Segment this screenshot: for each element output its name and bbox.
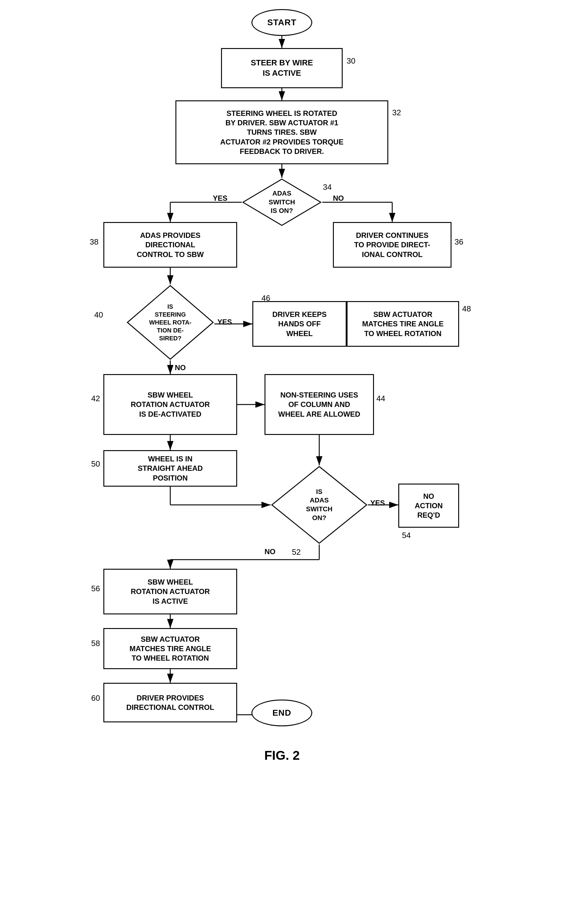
- node-30: STEER BY WIREIS ACTIVE: [221, 48, 343, 88]
- node-50: WHEEL IS INSTRAIGHT AHEADPOSITION: [103, 450, 237, 487]
- ref-58: 58: [91, 639, 100, 648]
- node-54-label: NOACTIONREQ'D: [415, 492, 443, 520]
- flowchart-diagram: START STEER BY WIREIS ACTIVE 30 STEERING…: [0, 0, 564, 924]
- node-38-label: ADAS PROVIDESDIRECTIONALCONTROL TO SBW: [137, 231, 204, 259]
- start-node: START: [251, 9, 312, 36]
- node-58-label: SBW ACTUATORMATCHES TIRE ANGLETO WHEEL R…: [130, 634, 211, 663]
- node-42: SBW WHEELROTATION ACTUATORIS DE-ACTIVATE…: [103, 374, 237, 435]
- node-32: STEERING WHEEL IS ROTATEDBY DRIVER. SBW …: [175, 100, 388, 164]
- node-48: SBW ACTUATORMATCHES TIRE ANGLETO WHEEL R…: [347, 301, 459, 347]
- start-label: START: [267, 18, 296, 27]
- no-wheel-label: NO: [175, 363, 186, 372]
- no-adas2-label: NO: [265, 548, 275, 556]
- node-60-label: DRIVER PROVIDESDIRECTIONAL CONTROL: [127, 693, 214, 712]
- ref-52: 52: [292, 548, 301, 557]
- ref-32: 32: [392, 108, 401, 117]
- node-32-label: STEERING WHEEL IS ROTATEDBY DRIVER. SBW …: [220, 109, 343, 156]
- node-38: ADAS PROVIDESDIRECTIONALCONTROL TO SBW: [103, 222, 237, 268]
- ref-44: 44: [376, 394, 385, 403]
- node-30-label: STEER BY WIREIS ACTIVE: [251, 58, 313, 78]
- node-52-label: ISADASSWITCHON?: [306, 488, 333, 522]
- no-adas-label: NO: [333, 194, 344, 202]
- ref-36: 36: [455, 237, 463, 247]
- node-40-label: ISSTEERINGWHEEL ROTA-TION DE-SIRED?: [149, 303, 191, 342]
- ref-60: 60: [91, 693, 100, 703]
- node-46-label: DRIVER KEEPSHANDS OFFWHEEL: [272, 310, 327, 338]
- node-44: NON-STEERING USESOF COLUMN ANDWHEEL ARE …: [265, 374, 374, 435]
- ref-34: 34: [323, 183, 332, 192]
- ref-50: 50: [91, 459, 100, 469]
- ref-46: 46: [262, 294, 270, 303]
- node-42-label: SBW WHEELROTATION ACTUATORIS DE-ACTIVATE…: [131, 390, 210, 419]
- node-46: DRIVER KEEPSHANDS OFFWHEEL: [252, 301, 347, 347]
- ref-56: 56: [91, 584, 100, 593]
- node-36: DRIVER CONTINUESTO PROVIDE DIRECT-IONAL …: [333, 222, 452, 268]
- node-36-label: DRIVER CONTINUESTO PROVIDE DIRECT-IONAL …: [354, 231, 430, 259]
- end-label: END: [272, 708, 291, 718]
- ref-42: 42: [91, 394, 100, 403]
- yes-adas-label: YES: [213, 194, 227, 202]
- node-56-label: SBW WHEELROTATION ACTUATORIS ACTIVE: [131, 577, 210, 606]
- ref-54: 54: [402, 531, 411, 540]
- node-60: DRIVER PROVIDESDIRECTIONAL CONTROL: [103, 683, 237, 722]
- ref-38: 38: [90, 237, 99, 247]
- yes-wheel-label: YES: [217, 318, 232, 326]
- yes-adas2-label: YES: [370, 499, 385, 507]
- node-50-label: WHEEL IS INSTRAIGHT AHEADPOSITION: [138, 454, 203, 483]
- node-52: ISADASSWITCHON?: [271, 465, 368, 544]
- node-34-label: ADASSWITCHIS ON?: [269, 189, 295, 215]
- end-node: END: [251, 699, 312, 726]
- ref-40: 40: [94, 310, 103, 320]
- node-48-label: SBW ACTUATORMATCHES TIRE ANGLETO WHEEL R…: [362, 310, 444, 338]
- node-54: NOACTIONREQ'D: [398, 484, 459, 528]
- node-34: ADASSWITCHIS ON?: [242, 178, 322, 226]
- figure-caption: FIG. 2: [0, 748, 564, 906]
- ref-48: 48: [462, 304, 471, 314]
- node-56: SBW WHEELROTATION ACTUATORIS ACTIVE: [103, 569, 237, 614]
- node-40: ISSTEERINGWHEEL ROTA-TION DE-SIRED?: [126, 284, 214, 360]
- ref-30: 30: [347, 56, 355, 66]
- node-44-label: NON-STEERING USESOF COLUMN ANDWHEEL ARE …: [278, 390, 360, 419]
- node-58: SBW ACTUATORMATCHES TIRE ANGLETO WHEEL R…: [103, 628, 237, 669]
